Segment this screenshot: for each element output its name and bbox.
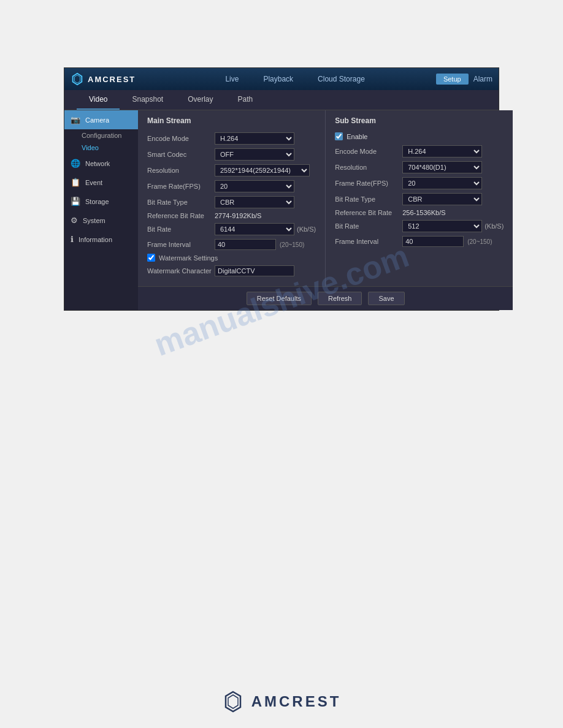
main-frame-rate-row: Frame Rate(FPS) 20 15 30 [147, 180, 316, 192]
nav-right: Setup Alarm [436, 74, 492, 85]
top-nav: AMCREST Live Playback Cloud Storage Setu… [64, 68, 499, 90]
main-resolution-select[interactable]: 2592*1944(2592x1944) [215, 164, 310, 176]
sidebar-label-event: Event [85, 179, 102, 186]
bottom-logo-area: AMCREST [222, 691, 342, 713]
watermark-character-label: Watermark Character [147, 267, 215, 275]
logo-area: AMCREST [71, 72, 136, 86]
bottom-brand-name: AMCREST [251, 693, 342, 710]
tab-path[interactable]: Path [226, 90, 266, 110]
network-icon: 🌐 [71, 159, 80, 168]
main-bitrate-input-group: 6144 4096 8192 (Kb/S) [215, 223, 316, 235]
sidebar-item-camera[interactable]: 📷 Camera [64, 110, 138, 129]
svg-marker-3 [228, 695, 238, 708]
sub-frame-rate-select[interactable]: 20 15 30 [402, 177, 482, 189]
sub-stream-header: Sub Stream [335, 116, 504, 126]
sub-bitrate-type-row: Bit Rate Type CBR VBR [335, 193, 504, 205]
main-bitrate-type-label: Bit Rate Type [147, 199, 215, 206]
tab-overlay[interactable]: Overlay [175, 90, 225, 110]
watermark-character-input[interactable] [215, 265, 294, 276]
main-bitrate-unit: (Kb/S) [297, 226, 316, 233]
sub-stream-enable-row: Enable [335, 132, 504, 140]
sub-ref-bitrate-value: 256-1536Kb/S [402, 209, 445, 216]
main-encode-mode-label: Encode Mode [147, 135, 215, 142]
system-icon: ⚙ [71, 216, 78, 225]
tab-snapshot[interactable]: Snapshot [120, 90, 175, 110]
sub-resolution-select[interactable]: 704*480(D1) 352*240(CIF) [402, 161, 482, 173]
sub-bitrate-type-select[interactable]: CBR VBR [402, 193, 482, 205]
sub-frame-rate-row: Frame Rate(FPS) 20 15 30 [335, 177, 504, 189]
bottom-logo-icon [222, 691, 244, 713]
main-bitrate-type-row: Bit Rate Type CBR VBR [147, 196, 316, 208]
main-frame-interval-row: Frame Interval (20~150) [147, 239, 316, 250]
storage-icon: 💾 [71, 197, 80, 206]
sub-bitrate-select[interactable]: 512 256 1024 [402, 220, 482, 232]
sidebar-label-system: System [83, 217, 105, 224]
main-encode-mode-row: Encode Mode H.264 H.265 [147, 132, 316, 145]
watermark-settings-row: Watermark Settings [147, 254, 316, 262]
save-button[interactable]: Save [368, 292, 404, 305]
main-bitrate-type-select[interactable]: CBR VBR [215, 196, 294, 208]
sidebar-sub-video[interactable]: Video [64, 142, 138, 154]
main-stream-section: Main Stream Encode Mode H.264 H.265 Smar… [138, 110, 325, 286]
sub-bitrate-unit: (Kb/S) [484, 222, 504, 230]
nav-links: Live Playback Cloud Storage [154, 68, 436, 90]
bottom-bar: Reset Defaults Refresh Save [138, 286, 513, 310]
sidebar-label-information: Information [79, 236, 112, 243]
main-ref-bitrate-value: 2774-9192Kb/S [215, 212, 261, 219]
content-panel: Main Stream Encode Mode H.264 H.265 Smar… [138, 110, 513, 310]
sub-encode-mode-select[interactable]: H.264 H.265 [402, 145, 482, 157]
main-bitrate-select[interactable]: 6144 4096 8192 [215, 223, 294, 235]
sub-frame-interval-input[interactable] [402, 236, 464, 247]
main-bitrate-row: Bit Rate 6144 4096 8192 (Kb/S) [147, 223, 316, 235]
amcrest-logo-icon [71, 72, 84, 86]
sidebar-item-system[interactable]: ⚙ System [64, 211, 138, 230]
sub-stream-section: Sub Stream Enable Encode Mode H.264 H.26… [325, 110, 513, 286]
sidebar: 📷 Camera Configuration Video 🌐 Network 📋… [64, 110, 138, 310]
sub-stream-enable-label: Enable [347, 133, 367, 140]
refresh-button[interactable]: Refresh [318, 292, 362, 305]
main-bitrate-label: Bit Rate [147, 226, 215, 233]
main-ref-bitrate-label: Reference Bit Rate [147, 212, 215, 219]
nav-cloud-storage[interactable]: Cloud Storage [305, 68, 377, 90]
sidebar-label-camera: Camera [85, 116, 109, 124]
stream-container: Main Stream Encode Mode H.264 H.265 Smar… [138, 110, 513, 286]
nav-live[interactable]: Live [213, 68, 251, 90]
tab-video[interactable]: Video [77, 90, 120, 110]
alarm-link[interactable]: Alarm [473, 75, 492, 83]
main-frame-rate-select[interactable]: 20 15 30 [215, 180, 294, 192]
sub-ref-bitrate-row: Reference Bit Rate 256-1536Kb/S [335, 209, 504, 216]
svg-marker-1 [74, 75, 80, 83]
sub-encode-mode-label: Encode Mode [335, 148, 402, 155]
sub-bitrate-row: Bit Rate 512 256 1024 (Kb/S) [335, 220, 504, 232]
dvr-container: AMCREST Live Playback Cloud Storage Setu… [64, 67, 499, 311]
sidebar-sub-configuration: Configuration [64, 129, 138, 142]
reset-defaults-button[interactable]: Reset Defaults [247, 292, 312, 305]
sub-frame-interval-range: (20~150) [467, 238, 492, 245]
sub-stream-enable-checkbox[interactable] [335, 132, 343, 140]
sub-bitrate-type-label: Bit Rate Type [335, 195, 402, 203]
sidebar-item-storage[interactable]: 💾 Storage [64, 192, 138, 211]
main-smart-codec-row: Smart Codec OFF ON [147, 148, 316, 161]
setup-button[interactable]: Setup [436, 74, 469, 85]
sidebar-label-network: Network [85, 160, 110, 167]
sub-bitrate-input-group: 512 256 1024 (Kb/S) [402, 220, 504, 232]
main-content: 📷 Camera Configuration Video 🌐 Network 📋… [64, 110, 499, 310]
main-encode-mode-select[interactable]: H.264 H.265 [215, 132, 294, 145]
main-frame-interval-label: Frame Interval [147, 241, 215, 248]
main-frame-interval-input[interactable] [215, 239, 276, 250]
information-icon: ℹ [71, 235, 74, 244]
watermark-checkbox[interactable] [147, 254, 155, 262]
main-frame-rate-label: Frame Rate(FPS) [147, 183, 215, 190]
sub-resolution-label: Resolution [335, 164, 402, 171]
sub-encode-mode-row: Encode Mode H.264 H.265 [335, 145, 504, 157]
sidebar-item-network[interactable]: 🌐 Network [64, 154, 138, 173]
nav-playback[interactable]: Playback [251, 68, 305, 90]
sub-nav: Video Snapshot Overlay Path [64, 90, 499, 110]
sidebar-item-information[interactable]: ℹ Information [64, 230, 138, 249]
main-smart-codec-select[interactable]: OFF ON [215, 148, 294, 161]
sidebar-item-event[interactable]: 📋 Event [64, 173, 138, 192]
brand-name: AMCREST [88, 75, 136, 84]
sub-ref-bitrate-label: Reference Bit Rate [335, 209, 402, 216]
main-resolution-row: Resolution 2592*1944(2592x1944) [147, 164, 316, 176]
main-smart-codec-label: Smart Codec [147, 151, 215, 158]
